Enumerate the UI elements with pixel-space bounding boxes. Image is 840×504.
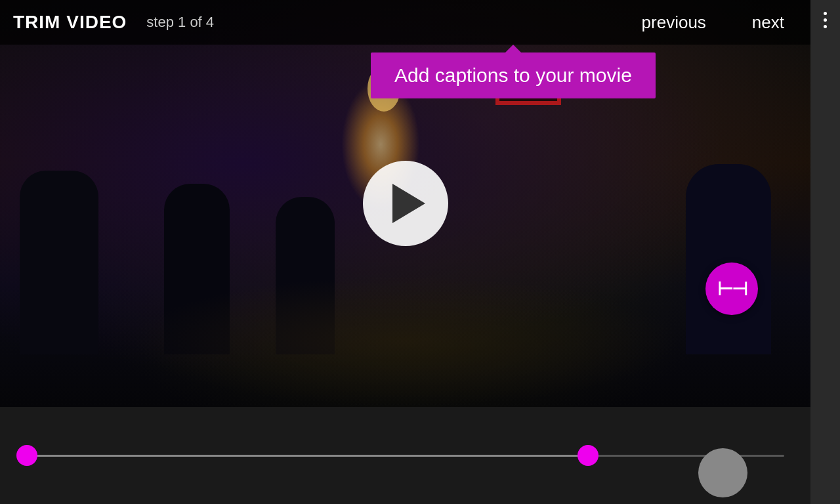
figure-left: [20, 171, 98, 354]
play-button[interactable]: [363, 161, 448, 246]
bottom-controls: [0, 407, 810, 504]
slider-fill: [26, 455, 587, 457]
main-content: TRIM VIDEO step 1 of 4 previous next Add…: [0, 0, 810, 504]
previous-button[interactable]: previous: [635, 9, 713, 36]
trim-control-button[interactable]: ⊢⊣: [705, 262, 758, 315]
slider-handle-end[interactable]: [578, 445, 598, 466]
sidebar: [810, 0, 840, 504]
nav-buttons: previous next: [635, 9, 791, 36]
dot-3: [824, 25, 827, 28]
dot-2: [824, 18, 827, 22]
step-indicator: step 1 of 4: [146, 14, 214, 31]
slider-handle-start[interactable]: [16, 445, 37, 466]
caption-tooltip: Add captions to your movie: [371, 52, 656, 98]
next-button[interactable]: next: [746, 9, 791, 36]
dot-1: [824, 12, 827, 15]
figure-right: [686, 164, 771, 354]
page-title: TRIM VIDEO: [13, 12, 127, 33]
slider-track: [26, 455, 784, 457]
table-glow: [131, 276, 679, 407]
more-menu-button[interactable]: [824, 12, 827, 28]
header-bar: TRIM VIDEO step 1 of 4 previous next: [0, 0, 810, 45]
video-area: Add captions to your movie ⊢⊣: [0, 0, 810, 407]
slider-area: [0, 407, 810, 504]
secondary-handle[interactable]: [698, 448, 747, 497]
trim-icon: ⊢⊣: [717, 278, 746, 300]
